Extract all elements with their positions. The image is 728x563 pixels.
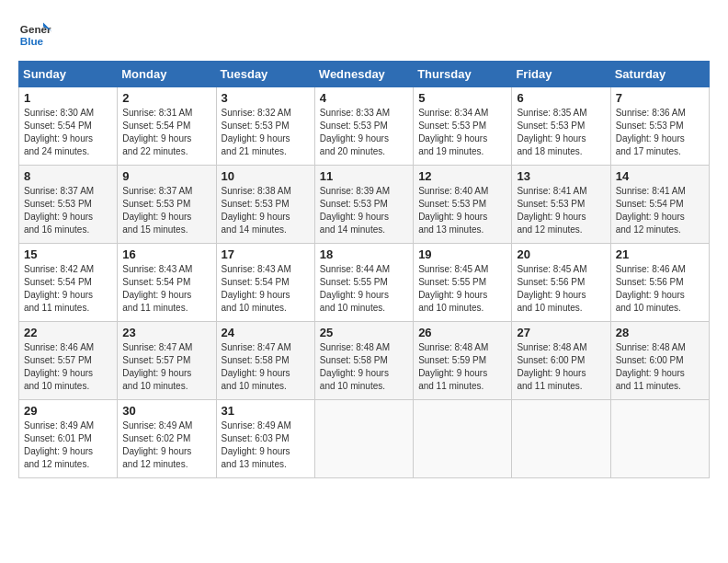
day-info: Sunrise: 8:43 AM Sunset: 5:54 PM Dayligh… [122, 263, 210, 315]
day-number: 29 [24, 404, 112, 418]
day-info: Sunrise: 8:39 AM Sunset: 5:53 PM Dayligh… [320, 185, 408, 236]
day-number: 23 [122, 326, 210, 339]
day-info: Sunrise: 8:37 AM Sunset: 5:53 PM Dayligh… [122, 185, 210, 236]
logo-icon: General Blue [18, 18, 51, 52]
day-number: 24 [222, 326, 310, 339]
day-number: 20 [517, 247, 605, 261]
col-header-sunday: Sunday [19, 62, 118, 87]
day-number: 27 [517, 326, 605, 339]
week-row-4: 22Sunrise: 8:46 AM Sunset: 5:57 PM Dayli… [19, 322, 710, 400]
day-info: Sunrise: 8:42 AM Sunset: 5:54 PM Dayligh… [24, 263, 112, 315]
day-cell-27: 27Sunrise: 8:48 AM Sunset: 6:00 PM Dayli… [512, 322, 610, 400]
empty-cell [314, 400, 413, 478]
day-number: 14 [616, 169, 704, 183]
day-info: Sunrise: 8:32 AM Sunset: 5:53 PM Dayligh… [222, 107, 310, 158]
day-number: 5 [418, 91, 506, 105]
day-info: Sunrise: 8:44 AM Sunset: 5:55 PM Dayligh… [320, 263, 408, 315]
day-cell-16: 16Sunrise: 8:43 AM Sunset: 5:54 PM Dayli… [118, 244, 216, 322]
day-number: 1 [24, 91, 112, 105]
day-cell-31: 31Sunrise: 8:49 AM Sunset: 6:03 PM Dayli… [216, 400, 314, 478]
day-info: Sunrise: 8:41 AM Sunset: 5:53 PM Dayligh… [517, 185, 605, 236]
day-info: Sunrise: 8:40 AM Sunset: 5:53 PM Dayligh… [418, 185, 506, 236]
day-cell-9: 9Sunrise: 8:37 AM Sunset: 5:53 PM Daylig… [118, 166, 216, 244]
day-cell-19: 19Sunrise: 8:45 AM Sunset: 5:55 PM Dayli… [414, 244, 512, 322]
day-info: Sunrise: 8:43 AM Sunset: 5:54 PM Dayligh… [222, 263, 310, 315]
day-cell-20: 20Sunrise: 8:45 AM Sunset: 5:56 PM Dayli… [512, 244, 610, 322]
day-cell-4: 4Sunrise: 8:33 AM Sunset: 5:53 PM Daylig… [314, 87, 413, 166]
day-info: Sunrise: 8:49 AM Sunset: 6:01 PM Dayligh… [24, 419, 112, 471]
col-header-wednesday: Wednesday [314, 62, 413, 87]
col-header-tuesday: Tuesday [216, 62, 314, 87]
day-number: 31 [222, 404, 310, 418]
day-number: 4 [320, 91, 408, 105]
day-cell-29: 29Sunrise: 8:49 AM Sunset: 6:01 PM Dayli… [19, 400, 118, 478]
day-cell-23: 23Sunrise: 8:47 AM Sunset: 5:57 PM Dayli… [118, 322, 216, 400]
day-number: 26 [418, 326, 506, 339]
day-info: Sunrise: 8:34 AM Sunset: 5:53 PM Dayligh… [418, 107, 506, 158]
day-info: Sunrise: 8:48 AM Sunset: 6:00 PM Dayligh… [517, 341, 605, 393]
day-number: 25 [320, 326, 408, 339]
day-info: Sunrise: 8:47 AM Sunset: 5:58 PM Dayligh… [222, 341, 310, 393]
calendar-table: SundayMondayTuesdayWednesdayThursdayFrid… [18, 61, 710, 478]
day-number: 9 [122, 169, 210, 183]
day-number: 12 [418, 169, 506, 183]
day-info: Sunrise: 8:36 AM Sunset: 5:53 PM Dayligh… [616, 107, 704, 158]
day-cell-7: 7Sunrise: 8:36 AM Sunset: 5:53 PM Daylig… [610, 87, 709, 166]
day-cell-6: 6Sunrise: 8:35 AM Sunset: 5:53 PM Daylig… [512, 87, 610, 166]
day-info: Sunrise: 8:48 AM Sunset: 5:58 PM Dayligh… [320, 341, 408, 393]
col-header-friday: Friday [512, 62, 610, 87]
day-info: Sunrise: 8:48 AM Sunset: 6:00 PM Dayligh… [616, 341, 704, 393]
logo: General Blue [18, 18, 51, 52]
day-cell-8: 8Sunrise: 8:37 AM Sunset: 5:53 PM Daylig… [19, 166, 118, 244]
day-info: Sunrise: 8:47 AM Sunset: 5:57 PM Dayligh… [122, 341, 210, 393]
day-number: 13 [517, 169, 605, 183]
day-number: 2 [122, 91, 210, 105]
day-cell-14: 14Sunrise: 8:41 AM Sunset: 5:54 PM Dayli… [610, 166, 709, 244]
day-info: Sunrise: 8:30 AM Sunset: 5:54 PM Dayligh… [24, 107, 112, 158]
day-info: Sunrise: 8:31 AM Sunset: 5:54 PM Dayligh… [122, 107, 210, 158]
day-number: 18 [320, 247, 408, 261]
empty-cell [610, 400, 709, 478]
page-header: General Blue [18, 18, 710, 52]
day-info: Sunrise: 8:45 AM Sunset: 5:56 PM Dayligh… [517, 263, 605, 315]
day-number: 19 [418, 247, 506, 261]
week-row-3: 15Sunrise: 8:42 AM Sunset: 5:54 PM Dayli… [19, 244, 710, 322]
day-cell-30: 30Sunrise: 8:49 AM Sunset: 6:02 PM Dayli… [118, 400, 216, 478]
day-cell-13: 13Sunrise: 8:41 AM Sunset: 5:53 PM Dayli… [512, 166, 610, 244]
week-row-5: 29Sunrise: 8:49 AM Sunset: 6:01 PM Dayli… [19, 400, 710, 478]
day-number: 30 [122, 404, 210, 418]
day-cell-15: 15Sunrise: 8:42 AM Sunset: 5:54 PM Dayli… [19, 244, 118, 322]
day-cell-12: 12Sunrise: 8:40 AM Sunset: 5:53 PM Dayli… [414, 166, 512, 244]
day-number: 8 [24, 169, 112, 183]
day-number: 17 [222, 247, 310, 261]
day-cell-17: 17Sunrise: 8:43 AM Sunset: 5:54 PM Dayli… [216, 244, 314, 322]
day-cell-18: 18Sunrise: 8:44 AM Sunset: 5:55 PM Dayli… [314, 244, 413, 322]
empty-cell [512, 400, 610, 478]
day-cell-2: 2Sunrise: 8:31 AM Sunset: 5:54 PM Daylig… [118, 87, 216, 166]
col-header-monday: Monday [118, 62, 216, 87]
week-row-1: 1Sunrise: 8:30 AM Sunset: 5:54 PM Daylig… [19, 87, 710, 166]
day-cell-28: 28Sunrise: 8:48 AM Sunset: 6:00 PM Dayli… [610, 322, 709, 400]
day-cell-22: 22Sunrise: 8:46 AM Sunset: 5:57 PM Dayli… [19, 322, 118, 400]
day-info: Sunrise: 8:49 AM Sunset: 6:03 PM Dayligh… [222, 419, 310, 471]
day-number: 7 [616, 91, 704, 105]
day-number: 16 [122, 247, 210, 261]
day-number: 6 [517, 91, 605, 105]
day-cell-21: 21Sunrise: 8:46 AM Sunset: 5:56 PM Dayli… [610, 244, 709, 322]
day-number: 3 [222, 91, 310, 105]
empty-cell [414, 400, 512, 478]
week-row-2: 8Sunrise: 8:37 AM Sunset: 5:53 PM Daylig… [19, 166, 710, 244]
day-info: Sunrise: 8:38 AM Sunset: 5:53 PM Dayligh… [222, 185, 310, 236]
day-cell-1: 1Sunrise: 8:30 AM Sunset: 5:54 PM Daylig… [19, 87, 118, 166]
day-info: Sunrise: 8:35 AM Sunset: 5:53 PM Dayligh… [517, 107, 605, 158]
day-number: 11 [320, 169, 408, 183]
day-info: Sunrise: 8:46 AM Sunset: 5:56 PM Dayligh… [616, 263, 704, 315]
day-number: 22 [24, 326, 112, 339]
day-info: Sunrise: 8:33 AM Sunset: 5:53 PM Dayligh… [320, 107, 408, 158]
day-info: Sunrise: 8:37 AM Sunset: 5:53 PM Dayligh… [24, 185, 112, 236]
col-header-thursday: Thursday [414, 62, 512, 87]
svg-text:General: General [20, 23, 51, 35]
svg-text:Blue: Blue [20, 35, 44, 47]
day-cell-3: 3Sunrise: 8:32 AM Sunset: 5:53 PM Daylig… [216, 87, 314, 166]
day-number: 10 [222, 169, 310, 183]
